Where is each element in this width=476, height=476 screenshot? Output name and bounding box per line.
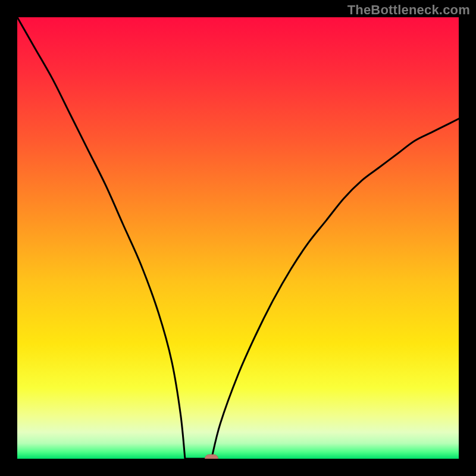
optimal-point-marker <box>205 455 218 459</box>
watermark-text: TheBottleneck.com <box>347 2 470 18</box>
chart-container: { "watermark": "TheBottleneck.com", "col… <box>0 0 476 476</box>
bottleneck-chart <box>17 17 459 459</box>
gradient-background <box>17 17 459 459</box>
